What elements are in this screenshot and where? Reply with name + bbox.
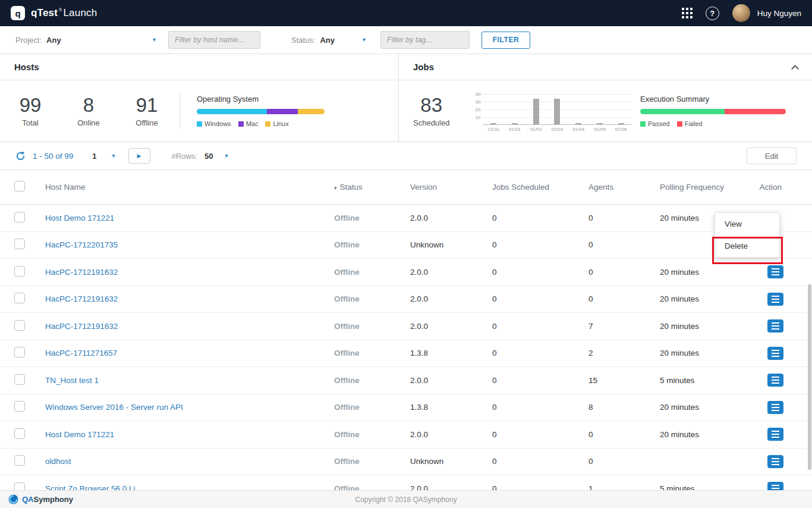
host-version: 2.0.0	[402, 268, 484, 277]
row-action-menu-button[interactable]	[767, 265, 783, 278]
app-title: qTest®Launch	[31, 7, 97, 19]
status-dropdown[interactable]: Status: Any ▾	[291, 36, 366, 45]
hosts-stats: 99 Total 8 Online 91 Offline	[14, 95, 163, 127]
row-checkbox[interactable]	[14, 239, 25, 249]
menu-icon	[772, 431, 779, 438]
jobs-chart-bar	[490, 123, 496, 124]
page-dropdown[interactable]: 1 ▾	[92, 152, 115, 161]
execution-summary: Execution Summary PassedFailed	[640, 95, 786, 127]
summary-panels: Hosts 99 Total 8 Online 91 Offline Opera…	[0, 54, 812, 142]
jobs-chart-x-label: 01/01	[504, 127, 525, 132]
row-action-menu-button[interactable]	[767, 347, 783, 360]
row-checkbox[interactable]	[14, 266, 25, 277]
row-checkbox[interactable]	[14, 455, 25, 466]
host-name-link[interactable]: Host Demo 171221	[45, 214, 114, 222]
column-header-jobs-scheduled[interactable]: Jobs Scheduled	[484, 183, 580, 192]
filter-button[interactable]: FILTER	[481, 32, 530, 49]
row-action-menu-button[interactable]	[767, 319, 783, 333]
menu-icon	[772, 350, 779, 357]
column-header-version[interactable]: Version	[402, 183, 484, 192]
os-chart: Operating System WindowsMacLinux	[197, 95, 325, 127]
rows-dropdown[interactable]: 50 ▾	[204, 152, 228, 161]
host-name-link[interactable]: HacPC-1712191632	[45, 268, 118, 277]
user-name: Huy Nguyen	[757, 9, 801, 18]
jobs-scheduled-value: 0	[484, 322, 580, 331]
edit-button[interactable]: Edit	[747, 148, 797, 164]
row-checkbox[interactable]	[14, 401, 25, 412]
chevron-down-icon: ▾	[363, 37, 366, 43]
row-action-menu-button[interactable]	[767, 428, 783, 441]
jobs-chart-bars	[483, 94, 631, 124]
host-version: 2.0.0	[402, 376, 484, 385]
table-header: Host Name ▾Status Version Jobs Scheduled…	[0, 170, 812, 205]
host-name-link[interactable]: oldhost	[45, 457, 71, 466]
jobs-chart-y-label: 20	[476, 107, 481, 112]
jobs-chart-x-label: 01/06	[610, 127, 632, 132]
os-bar-segment	[298, 109, 325, 114]
top-navigation-bar: q qTest®Launch ? Huy Nguyen	[0, 0, 812, 26]
refresh-icon[interactable]	[15, 151, 26, 161]
jobs-chart-xlabels: 12/3101/0101/0201/0301/0401/0501/06	[483, 125, 631, 132]
apps-grid-icon[interactable]	[682, 8, 693, 18]
os-bar-segment	[267, 109, 298, 114]
row-checkbox[interactable]	[14, 293, 25, 303]
jobs-bar-chart: 40302010 12/3101/0101/0201/0301/0401/050…	[470, 94, 631, 132]
column-header-host-name[interactable]: Host Name	[37, 183, 326, 192]
row-checkbox[interactable]	[14, 428, 25, 439]
jobs-panel-title: Jobs	[399, 54, 812, 80]
host-name-filter-input[interactable]	[168, 31, 260, 49]
project-dropdown[interactable]: Project: Any ▾	[15, 36, 156, 45]
row-checkbox[interactable]	[14, 320, 25, 331]
table-toolbar: 1 - 50 of 99 1 ▾ ▶ #Rows: 50 ▾ Edit	[0, 142, 812, 170]
row-action-menu-button[interactable]	[767, 293, 783, 306]
menu-item-delete[interactable]: Delete	[715, 235, 779, 257]
host-name-link[interactable]: HacPC-1712191632	[45, 322, 118, 331]
user-avatar[interactable]	[732, 4, 750, 22]
agents-value: 0	[580, 457, 652, 466]
jobs-chart-y-label: 10	[476, 115, 481, 120]
vertical-scrollbar[interactable]	[808, 284, 811, 470]
menu-icon	[772, 404, 779, 411]
menu-icon	[772, 268, 779, 275]
jobs-scheduled-value: 0	[484, 403, 580, 412]
sort-caret-icon: ▾	[334, 185, 337, 191]
menu-item-view[interactable]: View	[715, 213, 779, 235]
select-all-checkbox[interactable]	[14, 181, 25, 192]
os-legend: WindowsMacLinux	[197, 120, 325, 127]
rows-label: #Rows:	[172, 152, 197, 161]
row-checkbox[interactable]	[14, 212, 25, 222]
host-name-link[interactable]: HacPC-1711271657	[45, 349, 117, 358]
polling-frequency-value: 5 minutes	[652, 376, 751, 385]
stat-total: 99 Total	[14, 95, 46, 127]
column-header-agents[interactable]: Agents	[580, 183, 652, 192]
stat-scheduled: 83 Scheduled	[413, 95, 449, 127]
polling-frequency-value: 20 minutes	[652, 430, 751, 439]
action-menu: View Delete	[715, 212, 780, 258]
column-header-status[interactable]: ▾Status	[326, 183, 402, 192]
row-action-menu-button[interactable]	[767, 374, 783, 387]
host-name-link[interactable]: TN_Host test 1	[45, 376, 99, 385]
polling-frequency-value: 20 minutes	[652, 349, 751, 358]
jobs-scheduled-value: 0	[484, 294, 580, 303]
host-name-link[interactable]: HacPC-1712191632	[45, 294, 118, 303]
column-header-polling-frequency[interactable]: Polling Frequency	[652, 183, 751, 192]
host-version: 2.0.0	[402, 430, 484, 439]
help-icon[interactable]: ?	[706, 7, 719, 20]
row-checkbox[interactable]	[14, 374, 25, 385]
execution-summary-title: Execution Summary	[640, 95, 786, 104]
next-page-button[interactable]: ▶	[128, 148, 150, 164]
row-action-menu-button[interactable]	[767, 455, 783, 468]
tag-filter-input[interactable]	[380, 31, 470, 49]
row-action-menu-button[interactable]	[767, 401, 783, 414]
rows-value: 50	[204, 152, 213, 161]
host-name-link[interactable]: HacPC-1712201735	[45, 240, 118, 249]
host-version: 1.3.8	[402, 403, 484, 412]
host-version: Unknown	[402, 457, 484, 466]
legend-item: Linux	[265, 120, 288, 127]
host-name-link[interactable]: Windows Server 2016 - Server run API	[45, 403, 183, 412]
host-name-link[interactable]: Host Demo 171221	[45, 430, 114, 439]
jobs-chart-bar	[575, 123, 581, 124]
jobs-chart-bar	[512, 123, 518, 124]
row-checkbox[interactable]	[14, 347, 25, 358]
execution-bar	[640, 109, 786, 114]
